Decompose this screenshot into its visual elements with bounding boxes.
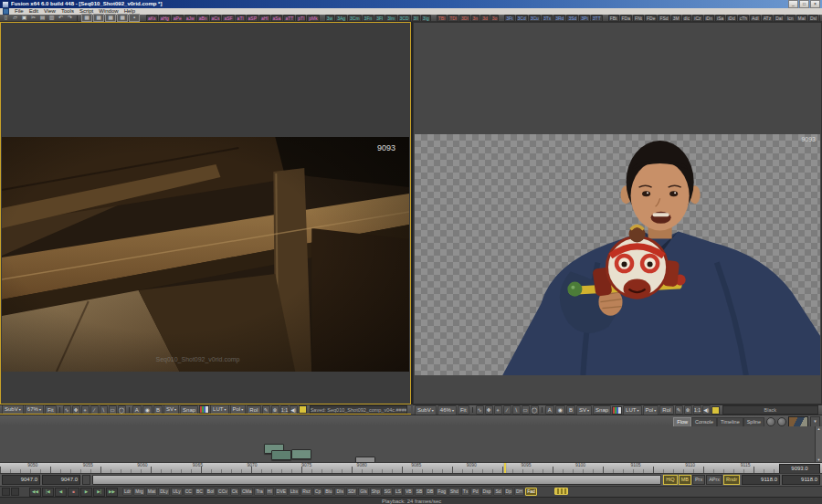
tool-chip[interactable]: Mat <box>146 488 157 496</box>
macro-chip[interactable]: FSd <box>658 15 669 22</box>
zoom-level-dropdown[interactable]: 46% <box>437 405 457 415</box>
left-viewer[interactable]: 9093 Seq010_Shot092_v0rid.comp <box>0 22 411 404</box>
tool-chip[interactable]: Shd <box>448 488 460 496</box>
macro-chip[interactable]: 3o <box>490 15 500 22</box>
fit-button[interactable]: Fit <box>458 405 469 415</box>
snap-button[interactable]: Snap <box>180 405 198 415</box>
panel-tab[interactable]: Flow <box>673 417 691 427</box>
tool-chip[interactable]: Cp <box>313 488 322 496</box>
probe-icon[interactable]: ⌖ <box>494 405 502 415</box>
macro-chip[interactable]: pTl <box>296 15 306 22</box>
tiny-toggle-1[interactable] <box>2 488 10 496</box>
channel-rgb-icon[interactable] <box>199 405 209 414</box>
quality-button[interactable]: APrx <box>706 475 722 485</box>
waveform-icon[interactable]: ∿ <box>476 405 484 415</box>
quality-button[interactable]: Prx <box>692 475 705 485</box>
polyline-dropdown[interactable]: Pol <box>230 404 247 415</box>
flow-scrollbar[interactable]: ▲▼ <box>815 426 822 462</box>
paste-icon[interactable]: ▥ <box>47 15 56 21</box>
tool-chip[interactable]: Tra <box>254 488 264 496</box>
macro-chip[interactable]: FDe <box>645 15 657 22</box>
tool-chip[interactable]: Gls <box>358 488 369 496</box>
tool-chip[interactable]: Fad <box>525 488 537 496</box>
eye-icon[interactable]: ◉ <box>555 405 565 415</box>
macro-chip[interactable]: cTh <box>738 15 749 22</box>
tool-chip[interactable]: HI <box>266 488 274 496</box>
macro-chip[interactable]: aCs <box>210 15 222 22</box>
play-button[interactable]: ▶ <box>80 488 92 497</box>
macro-chip[interactable]: 3M <box>671 15 681 22</box>
circle-region-icon[interactable]: ◯ <box>531 405 539 415</box>
global-start-field[interactable]: 9047.0 <box>2 475 40 485</box>
macro-chip[interactable]: MaI <box>796 15 807 22</box>
subview-dropdown[interactable]: SubV <box>415 405 437 415</box>
macro-chip[interactable]: aKs <box>146 15 158 22</box>
macro-chip[interactable]: DsI <box>808 15 819 22</box>
tool-chip[interactable] <box>554 488 568 495</box>
tool-chip[interactable]: Shp <box>370 488 382 496</box>
flow-node[interactable] <box>291 449 311 459</box>
open-comp-icon[interactable]: ▱ <box>11 15 19 21</box>
tool-chip[interactable]: DB <box>425 488 435 496</box>
tiny-toggle-2[interactable] <box>11 488 19 496</box>
macro-chip[interactable]: 3Im <box>385 15 396 22</box>
arrange-icon[interactable] <box>777 417 786 426</box>
pixel-aspect-button[interactable]: 1:1 <box>280 405 289 415</box>
time-ruler[interactable]: 9050905590609065907090759080908590909095… <box>0 462 822 473</box>
macro-chip[interactable]: iCz <box>692 15 702 22</box>
polyline-dropdown[interactable]: Pol <box>643 405 659 415</box>
macro-chip[interactable]: 3Sd <box>566 15 578 22</box>
macro-chip[interactable]: 3Cu <box>529 15 541 22</box>
line-guide-icon[interactable]: ∕ <box>503 405 511 415</box>
minimize-button[interactable]: _ <box>788 0 798 8</box>
lut-dropdown[interactable]: LUT <box>623 405 641 415</box>
channel-rgb-icon[interactable] <box>612 406 622 415</box>
macro-chip[interactable]: 3Cd <box>516 15 528 22</box>
tool-chip[interactable]: DH <box>514 488 524 496</box>
waveform-icon[interactable]: ∿ <box>63 405 71 415</box>
macro-chip[interactable]: 3d <box>480 15 490 22</box>
step-back-button[interactable]: |◀ <box>42 488 54 497</box>
menu-item[interactable]: Edit <box>29 8 38 15</box>
annotate-icon[interactable]: ✎ <box>262 405 270 415</box>
macro-chip[interactable]: AdI <box>750 15 761 22</box>
roi-button[interactable]: RoI <box>247 405 260 415</box>
pan-icon[interactable]: ✥ <box>72 405 80 415</box>
step-forward-button[interactable]: ▶| <box>93 488 105 497</box>
clear-buffer-icon[interactable]: ⊗ <box>271 405 279 415</box>
tool-chip[interactable]: Fog <box>436 488 448 496</box>
macro-chip[interactable]: aBn <box>197 15 209 22</box>
pixel-aspect-button[interactable]: 1:1 <box>693 405 701 415</box>
zoom-level-dropdown[interactable]: 67% <box>25 404 44 415</box>
panel-tab[interactable]: Console <box>691 417 717 427</box>
tool-chip[interactable]: Pd <box>470 488 480 496</box>
menu-item[interactable]: File <box>15 8 24 15</box>
macro-chip[interactable]: aTl <box>236 15 246 22</box>
panel-tab[interactable]: Spline <box>743 417 764 427</box>
flow-area[interactable]: ▲▼ <box>0 426 822 462</box>
tool-chip[interactable]: Rsz <box>300 488 312 496</box>
macro-chip[interactable]: aTT <box>283 15 295 22</box>
tool-chip[interactable]: SB <box>415 488 425 496</box>
macro-chip[interactable]: iSa <box>715 15 725 22</box>
macro-chip[interactable]: FBt <box>608 15 619 22</box>
tool-chip[interactable]: Sd <box>493 488 502 496</box>
macro-chip[interactable]: aSa <box>271 15 283 22</box>
stop-button[interactable]: ■ <box>68 488 79 497</box>
macro-chip[interactable]: aPe <box>172 15 184 22</box>
tool-chip[interactable]: Mrg <box>133 488 145 496</box>
playhead[interactable] <box>504 463 506 473</box>
tool-chip[interactable]: SG <box>383 488 393 496</box>
layout-2-button[interactable]: ▦ <box>93 14 104 22</box>
circle-region-icon[interactable]: ◯ <box>118 405 126 415</box>
ruler-track[interactable]: 9050905590609065907090759080908590909095… <box>0 463 778 473</box>
audio-icon[interactable]: ◀) <box>290 405 298 415</box>
tool-chip[interactable]: SDf <box>346 488 357 496</box>
macro-chip[interactable]: 3CD <box>398 15 411 22</box>
menu-item[interactable]: Tools <box>61 8 74 15</box>
annotate-icon[interactable]: ✎ <box>675 405 683 415</box>
macro-chip[interactable]: iDn <box>704 15 715 22</box>
buffer-b-button[interactable]: B <box>153 405 163 415</box>
macro-chip[interactable]: DaI <box>774 15 785 22</box>
macro-chip[interactable]: 3Dl <box>459 15 470 22</box>
